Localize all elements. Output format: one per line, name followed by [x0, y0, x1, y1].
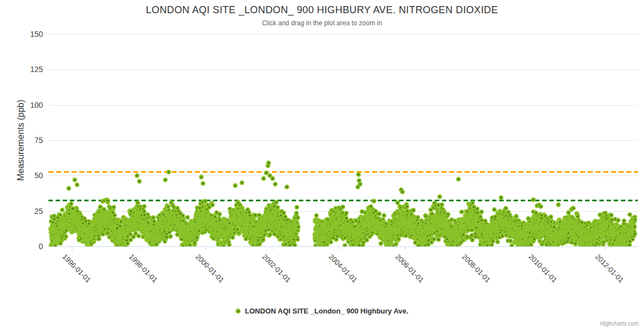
x-tick — [405, 246, 406, 250]
x-tick — [72, 246, 73, 250]
x-axis-label: 1996-01-01 — [61, 252, 92, 284]
x-tick — [272, 246, 272, 250]
chart-title: LONDON AQI SITE _LONDON_ 900 HIGHBURY AV… — [0, 4, 644, 16]
x-axis-label: 2000-01-01 — [194, 252, 226, 284]
highcharts-container: LONDON AQI SITE _LONDON_ 900 HIGHBURY AV… — [0, 0, 644, 330]
x-axis-label: 2006-01-01 — [394, 252, 425, 284]
x-axis-label: 2008-01-01 — [460, 252, 492, 284]
y-axis-label: 150 — [0, 30, 43, 38]
x-axis-label: 2010-01-01 — [527, 252, 559, 284]
x-tick — [205, 246, 206, 250]
chart-subtitle: Click and drag in the plot area to zoom … — [0, 19, 644, 27]
x-axis-label: 2002-01-01 — [260, 252, 292, 284]
highcharts-credit-link[interactable]: Highcharts.com — [601, 321, 638, 327]
y-axis-label: 75 — [0, 136, 43, 145]
y-axis-label: 125 — [0, 65, 43, 74]
scatter-plot-area[interactable] — [48, 34, 638, 246]
x-axis-label: 2012-01-01 — [593, 252, 625, 284]
x-tick — [139, 246, 139, 250]
x-axis-label: 2004-01-01 — [327, 252, 359, 284]
y-axis-label: 0 — [0, 242, 43, 251]
y-axis-label: 25 — [0, 207, 43, 216]
x-axis-label: 1998-01-01 — [127, 252, 159, 284]
x-tick — [472, 246, 472, 250]
x-tick — [538, 246, 539, 250]
x-tick — [339, 246, 339, 250]
legend: LONDON AQI SITE _London_ 900 Highbury Av… — [0, 307, 644, 315]
legend-label: LONDON AQI SITE _London_ 900 Highbury Av… — [245, 307, 408, 315]
x-axis-line — [48, 246, 638, 247]
series-marker-icon — [236, 309, 241, 314]
y-axis-label: 100 — [0, 101, 43, 109]
y-axis-label: 50 — [0, 171, 43, 180]
legend-item-series[interactable]: LONDON AQI SITE _London_ 900 Highbury Av… — [236, 307, 408, 315]
x-tick — [605, 246, 605, 250]
